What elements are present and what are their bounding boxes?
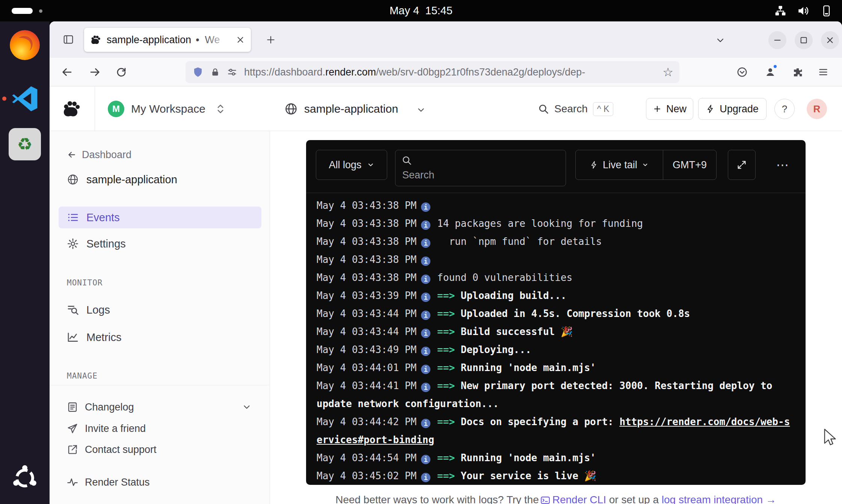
sidebar-item-contact-support[interactable]: Contact support [67,440,157,459]
window-close-button[interactable] [821,31,839,49]
account-icon[interactable] [761,62,780,82]
sidebar-item-events[interactable]: Events [59,207,261,228]
live-tail-dropdown[interactable]: Live tail [576,150,663,180]
workspace-name[interactable]: My Workspace [131,103,205,115]
sidebar-heading-monitor: MONITOR [67,278,103,287]
logs-footer-note: Need better ways to work with logs? Try … [306,494,806,504]
battery-icon[interactable] [820,5,832,17]
tab-bar: sample-application • We [50,21,842,58]
reload-icon[interactable] [111,62,131,82]
sidebar-heading-manage: MANAGE [67,371,98,380]
browser-tab[interactable]: sample-application • We [84,28,251,52]
service-selector-chevron-icon[interactable] [416,105,426,115]
search-shortcut-kbd: ^ K [593,102,614,116]
lock-icon[interactable] [210,67,220,77]
user-avatar[interactable]: R [807,99,827,119]
tab-favicon [90,34,101,45]
help-button[interactable]: ? [774,99,795,119]
recycle-icon: ♻ [9,128,41,160]
hamburger-menu-icon[interactable] [813,62,833,82]
changelog-chevron-icon[interactable] [242,402,252,412]
log-timestamp: May 4 03:43:38 PM [317,200,416,211]
info-icon: i [421,238,430,248]
global-search[interactable]: Search ^ K [538,100,613,118]
log-search-input[interactable]: Search [395,150,566,186]
system-tray[interactable] [774,0,832,21]
tab-close-icon[interactable] [234,33,247,47]
log-message: 14 packages are looking for funding [437,218,643,229]
list-all-tabs-icon[interactable] [711,31,729,49]
gear-icon [67,238,79,250]
bookmark-star-icon[interactable]: ☆ [662,65,673,80]
sidebar-item-dashboard[interactable]: Dashboard [67,144,131,165]
expand-logs-icon[interactable] [728,150,756,180]
back-icon[interactable] [57,62,77,82]
log-timestamp: May 4 03:43:38 PM [317,236,416,247]
new-tab-button[interactable] [262,31,279,48]
volume-icon[interactable] [797,5,810,17]
network-tree-icon[interactable] [774,5,786,17]
log-timestamp: May 4 03:44:41 PM [317,380,416,391]
recycle-app-dock-icon[interactable]: ♻ [8,127,42,161]
url-text: https://dashboard.render.com/web/srv-d0b… [244,66,673,78]
info-icon: i [421,202,430,212]
sidebar-divider [50,385,270,385]
window-minimize-button[interactable] [768,31,786,49]
sidebar-item-metrics[interactable]: Metrics [67,327,121,348]
firefox-view-icon[interactable] [59,30,78,49]
firefox-dock-icon[interactable] [8,28,42,62]
log-line: May 4 03:43:38 PMi [317,196,795,214]
forward-icon[interactable] [85,62,105,82]
log-arrow: ==> [437,362,461,373]
log-message: run `npm fund` for details [437,236,602,247]
app-header: M My Workspace sample-application Search [50,87,842,131]
info-icon: i [421,275,430,284]
system-clock[interactable]: May 4 15:45 [0,0,842,21]
sidebar-service-name[interactable]: sample-application [67,169,177,190]
permissions-icon[interactable] [227,67,237,77]
log-message: found 0 vulnerabilities [437,272,572,283]
timezone-button[interactable]: GMT+9 [663,150,716,180]
window-restore-button[interactable] [795,31,813,49]
paper-plane-icon [67,423,78,434]
log-filter-dropdown[interactable]: All logs [316,150,387,180]
url-fade [620,62,656,82]
livetail-timezone-group: Live tail GMT+9 [575,150,717,180]
log-timestamp: May 4 03:43:49 PM [317,344,416,355]
workspace-selector-icon[interactable] [216,103,225,115]
extensions-puzzle-icon[interactable] [788,62,807,82]
sidebar-item-invite[interactable]: Invite a friend [67,419,146,438]
log-arrow: ==> [437,470,461,481]
info-icon: i [421,257,430,266]
contact-support-icon [67,444,78,455]
sidebar-item-render-status[interactable]: Render Status [67,473,150,492]
log-line: May 4 03:43:44 PMi==> Uploaded in 4.5s. … [317,305,795,323]
log-arrow: ==> [437,326,461,337]
render-logo[interactable] [62,99,82,119]
ubuntu-logo-icon[interactable] [8,461,42,495]
upgrade-button[interactable]: Upgrade [698,98,767,120]
log-line: May 4 03:43:38 PMi run `npm fund` for de… [317,232,795,250]
globe-icon [67,174,79,186]
log-more-options[interactable]: ⋯ [768,150,798,180]
log-stream-integration-link[interactable]: log stream integration → [662,494,776,504]
render-cli-link[interactable]: Render CLI [552,494,606,504]
new-button[interactable]: New [646,98,693,120]
tracking-shield-icon[interactable] [192,66,204,78]
render-dashboard: M My Workspace sample-application Search [50,87,842,504]
sidebar-item-settings[interactable]: Settings [67,233,126,254]
info-icon: i [421,329,430,338]
globe-icon [284,102,298,116]
pocket-icon[interactable] [732,62,752,82]
workspace-avatar[interactable]: M [108,101,124,117]
service-name[interactable]: sample-application [304,103,398,115]
info-icon: i [421,383,430,392]
log-message: Build successful 🎉 [461,326,573,337]
vscode-dock-icon[interactable] [8,81,42,116]
sidebar-item-logs[interactable]: Logs [67,299,110,320]
log-message: Running 'node main.mjs' [461,362,596,373]
log-line: May 4 03:43:39 PMi==> Uploading build... [317,287,795,305]
sidebar-item-changelog[interactable]: Changelog [67,398,134,416]
url-bar[interactable]: https://dashboard.render.com/web/srv-d0b… [186,61,679,83]
log-timestamp: May 4 03:43:38 PM [317,272,416,283]
